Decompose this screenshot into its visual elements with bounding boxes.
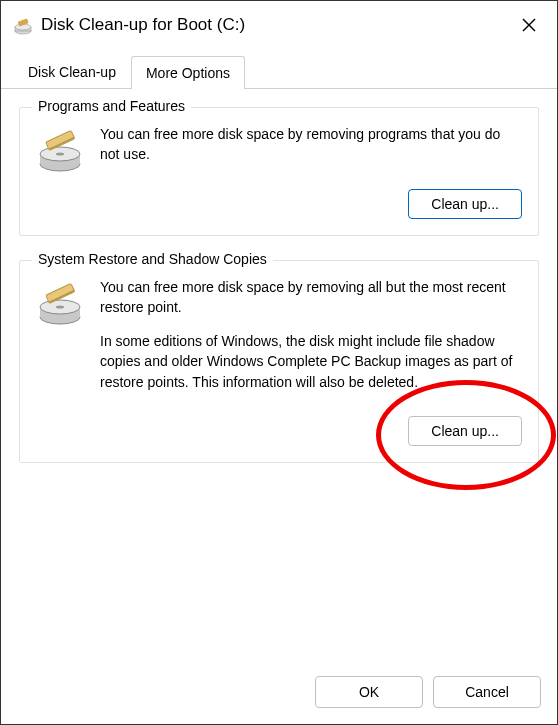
- svg-point-15: [56, 305, 64, 308]
- system-restore-text1: You can free more disk space by removing…: [100, 277, 522, 318]
- system-restore-title: System Restore and Shadow Copies: [32, 251, 273, 267]
- disk-cleanup-icon: [36, 281, 84, 329]
- tab-more-options[interactable]: More Options: [131, 56, 245, 89]
- dialog-footer: OK Cancel: [315, 676, 541, 708]
- tabs-bar: Disk Clean-up More Options: [1, 55, 557, 89]
- cancel-button[interactable]: Cancel: [433, 676, 541, 708]
- disk-cleanup-icon: [13, 17, 33, 37]
- close-icon: [521, 17, 537, 33]
- system-restore-text2: In some editions of Windows, the disk mi…: [100, 331, 522, 392]
- disk-cleanup-icon: [36, 128, 84, 176]
- programs-features-text: You can free more disk space by removing…: [100, 124, 522, 165]
- window-title: Disk Clean-up for Boot (C:): [41, 15, 245, 35]
- system-restore-group: System Restore and Shadow Copies You can…: [19, 260, 539, 463]
- tab-disk-cleanup[interactable]: Disk Clean-up: [13, 55, 131, 88]
- titlebar: Disk Clean-up for Boot (C:): [1, 1, 557, 49]
- svg-point-9: [56, 153, 64, 156]
- programs-features-group: Programs and Features You can free more …: [19, 107, 539, 236]
- close-button[interactable]: [513, 9, 545, 41]
- tab-content: Programs and Features You can free more …: [1, 89, 557, 505]
- programs-features-title: Programs and Features: [32, 98, 191, 114]
- ok-button[interactable]: OK: [315, 676, 423, 708]
- restore-cleanup-button[interactable]: Clean up...: [408, 416, 522, 446]
- programs-cleanup-button[interactable]: Clean up...: [408, 189, 522, 219]
